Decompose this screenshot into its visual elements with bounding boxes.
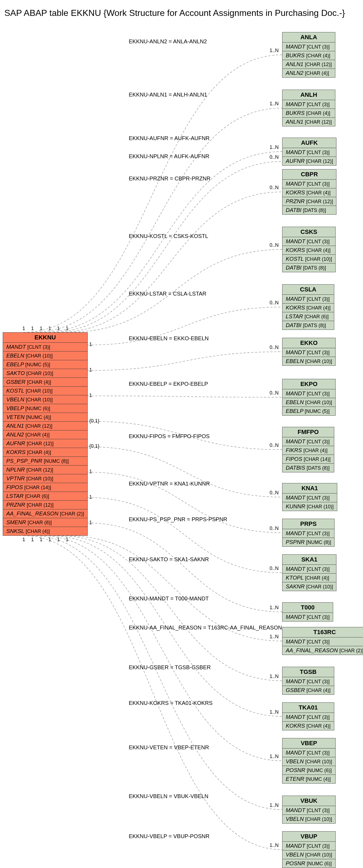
entity-field: EBELN [CHAR (10)] — [283, 357, 335, 366]
entity-header: EKKO — [283, 338, 335, 348]
entity-anlh: ANLHMANDT [CLNT (3)]BUKRS [CHAR (4)]ANLN… — [282, 90, 335, 126]
right-cardinality: 1..N — [270, 674, 278, 679]
entity-header: VBEP — [283, 738, 335, 748]
entity-field: MANDT [CLNT (3)] — [283, 529, 334, 538]
entity-field: FIPOS [CHAR (14)] — [283, 455, 334, 464]
entity-field: ANLN2 [CHAR (4)] — [283, 69, 335, 77]
entity-field: AUFNR [CHAR (12)] — [283, 157, 336, 165]
right-cardinality: 1..N — [270, 634, 278, 640]
entity-header: SKA1 — [283, 555, 336, 565]
relation-label: EKKNU-EBELP = EKPO-EBELP — [129, 381, 208, 387]
right-cardinality: 0..N — [270, 185, 278, 190]
entity-tgsb: TGSBMANDT [CLNT (3)]GSBER [CHAR (4)] — [282, 667, 334, 695]
entity-field: MANDT [CLNT (3)] — [283, 613, 333, 621]
entity-field: EBELN [CHAR (10)] — [283, 398, 335, 407]
entity-header: CSKS — [283, 227, 335, 237]
left-cardinality: 1 — [48, 537, 51, 542]
entity-header: KNA1 — [283, 483, 337, 494]
relation-label: EKKNU-MANDT = T000-MANDT — [129, 595, 209, 602]
entity-field: MANDT [CLNT (3)] — [283, 677, 334, 686]
right-cardinality: 0..N — [270, 154, 278, 160]
entity-field: FIKRS [CHAR (4)] — [283, 446, 334, 455]
entity-t163rc: T163RCMANDT [CLNT (3)]AA_FINAL_REASON [C… — [282, 627, 363, 655]
entity-field: MANDT [CLNT (3)] — [283, 237, 335, 246]
entity-field: POSNR [NUMC (6)] — [283, 859, 335, 868]
entity-header: ANLH — [283, 90, 335, 100]
entity-field: POSNR [NUMC (6)] — [283, 766, 335, 775]
entity-header: TKA01 — [283, 703, 334, 713]
entity-fmfpo: FMFPOMANDT [CLNT (3)]FIKRS [CHAR (4)]FIP… — [282, 427, 334, 472]
entity-header: EKKNU — [3, 333, 88, 343]
entity-field: GSBER [CHAR (4)] — [3, 378, 88, 386]
left-cardinality: 1 — [23, 537, 25, 542]
relation-label: EKKNU-KOKRS = TKA01-KOKRS — [129, 700, 212, 706]
entity-field: EBELN [CHAR (10)] — [3, 351, 88, 360]
relation-label: EKKNU-VPTNR = KNA1-KUNNR — [129, 480, 210, 487]
relation-label: EKKNU-LSTAR = CSLA-LSTAR — [129, 290, 206, 297]
left-cardinality: 1 — [57, 326, 60, 332]
left-cardinality: 1 — [31, 326, 34, 332]
entity-tka01: TKA01MANDT [CLNT (3)]KOKRS [CHAR (4)] — [282, 703, 334, 731]
entity-header: CSLA — [283, 285, 334, 295]
entity-field: DATBI [DATS (8)] — [283, 206, 336, 214]
entity-header: T163RC — [283, 627, 363, 638]
left-cardinality: 1 — [57, 537, 60, 542]
entity-field: PSPNR [NUMC (8)] — [283, 538, 334, 547]
left-cardinality: 1 — [66, 326, 68, 332]
right-cardinality: 1..N — [270, 101, 278, 107]
left-cardinality: 1 — [89, 469, 92, 474]
right-cardinality: 0..N — [270, 345, 278, 350]
entity-field: KTOPL [CHAR (4)] — [283, 574, 336, 582]
entity-field: KOKRS [CHAR (4)] — [3, 448, 88, 457]
diagram-canvas: EKKNUMANDT [CLNT (3)]EBELN [CHAR (10)]EB… — [0, 25, 363, 868]
page-title: SAP ABAP table EKKNU {Work Structure for… — [0, 6, 363, 19]
entity-field: DATBI [DATS (8)] — [283, 264, 335, 272]
entity-field: AA_FINAL_REASON [CHAR (2)] — [283, 646, 363, 655]
entity-field: MANDT [CLNT (3)] — [3, 343, 88, 351]
left-cardinality: 1 — [40, 326, 42, 332]
entity-field: MANDT [CLNT (3)] — [283, 148, 336, 157]
entity-vbup: VBUPMANDT [CLNT (3)]VBELN [CHAR (10)]POS… — [282, 831, 336, 868]
relation-label: EKKNU-VETEN = VBEP-ETENR — [129, 744, 209, 751]
relation-label: EKKNU-AA_FINAL_REASON = T163RC-AA_FINAL_… — [129, 624, 282, 631]
entity-field: KOKRS [CHAR (4)] — [283, 246, 335, 255]
entity-header: EKPO — [283, 379, 335, 389]
entity-field: MANDT [CLNT (3)] — [283, 42, 335, 51]
entity-field: SNKSL [CHAR (4)] — [3, 527, 88, 535]
left-cardinality: 1 — [66, 537, 68, 542]
entity-field: MANDT [CLNT (3)] — [283, 748, 335, 757]
left-cardinality: 1 — [89, 367, 92, 373]
entity-field: VBELN [CHAR (10)] — [283, 815, 335, 823]
entity-header: FMFPO — [283, 427, 334, 437]
left-cardinality: 1 — [89, 342, 92, 347]
entity-field: MANDT [CLNT (3)] — [283, 713, 334, 722]
entity-field: VBELN [CHAR (10)] — [283, 850, 335, 859]
right-cardinality: 1..N — [270, 605, 278, 611]
right-cardinality: 0..N — [270, 526, 278, 531]
entity-field: MANDT [CLNT (3)] — [283, 295, 334, 304]
entity-field: KOSTL [CHAR (10)] — [283, 255, 335, 264]
right-cardinality: 1..N — [270, 48, 278, 54]
entity-field: MANDT [CLNT (3)] — [283, 348, 335, 357]
entity-csks: CSKSMANDT [CLNT (3)]KOKRS [CHAR (4)]KOST… — [282, 227, 336, 272]
entity-field: VBELP [NUMC (6)] — [3, 404, 88, 413]
entity-field: EBELP [NUMC (5)] — [283, 407, 335, 415]
right-cardinality: 0..N — [270, 490, 278, 496]
entity-field: MANDT [CLNT (3)] — [283, 389, 335, 398]
entity-field: LSTAR [CHAR (6)] — [3, 492, 88, 501]
left-cardinality: 1 — [23, 326, 25, 332]
entity-header: T000 — [283, 602, 333, 613]
right-cardinality: 1..N — [270, 803, 278, 808]
entity-field: BUKRS [CHAR (4)] — [283, 51, 335, 60]
entity-header: VBUK — [283, 796, 335, 806]
entity-ska1: SKA1MANDT [CLNT (3)]KTOPL [CHAR (4)]SAKN… — [282, 554, 336, 591]
left-cardinality: 1 — [89, 494, 92, 500]
relation-label: EKKNU-ANLN2 = ANLA-ANLN2 — [129, 38, 207, 45]
entity-field: ETENR [NUMC (4)] — [283, 775, 335, 783]
entity-field: FIPOS [CHAR (14)] — [3, 483, 88, 492]
entity-field: KOSTL [CHAR (10)] — [3, 386, 88, 395]
entity-field: MANDT [CLNT (3)] — [283, 494, 337, 502]
right-cardinality: 0..N — [270, 566, 278, 571]
entity-header: PRPS — [283, 519, 334, 529]
entity-field: MANDT [CLNT (3)] — [283, 437, 334, 446]
